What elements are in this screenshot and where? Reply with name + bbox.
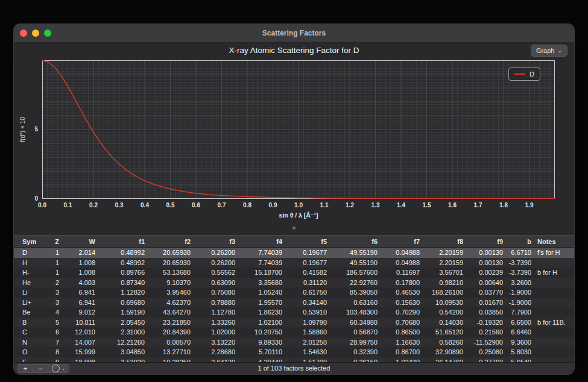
- table-cell: 0.89766: [95, 269, 145, 276]
- table-cell: 1.86230: [235, 308, 282, 316]
- x-tick-label: 0.7: [218, 202, 226, 208]
- y-tick-label: 0: [25, 195, 38, 202]
- table-cell: 5: [38, 319, 59, 326]
- table-cell: 0.70680: [378, 319, 420, 326]
- table-cell: 0.19677: [282, 259, 327, 266]
- table-cell: 49.55190: [327, 259, 378, 266]
- column-header-notes[interactable]: Notes: [531, 238, 574, 245]
- table-cell: 2.014: [59, 249, 95, 256]
- y-tick-label: 5: [25, 126, 38, 133]
- x-tick-label: 0.9: [269, 202, 277, 208]
- table-cell: 1.16630: [378, 339, 420, 346]
- table-cell: 0.58260: [420, 339, 463, 346]
- chart-region: f(d*) × 10 sin θ / λ [Å⁻¹] D 0.00.10.20.…: [14, 59, 574, 225]
- column-header-f4[interactable]: f4: [235, 238, 282, 245]
- x-tick-label: 1.4: [397, 202, 405, 208]
- table-cell: 3: [38, 289, 59, 296]
- table-cell: D: [14, 249, 38, 256]
- table-cell: 0.41582: [282, 269, 327, 276]
- x-axis-label: sin θ / λ [Å⁻¹]: [42, 211, 555, 219]
- table-cell: O: [14, 348, 38, 355]
- table-cell: 8: [38, 348, 59, 355]
- table-row-Li[interactable]: Li36.9411.128203.954600.750801.052400.61…: [14, 287, 574, 298]
- table-cell: 0.21560: [463, 328, 503, 336]
- x-tick-label: 1.9: [525, 202, 534, 208]
- graph-view-dropdown[interactable]: Graph ⌄: [531, 45, 567, 57]
- table-cell: 9.89330: [235, 339, 282, 346]
- table-cell: 6.941: [59, 299, 95, 306]
- column-header-w[interactable]: W: [59, 238, 95, 245]
- divider-handle[interactable]: [292, 227, 296, 230]
- column-header-f8[interactable]: f8: [420, 238, 463, 245]
- table-row-B[interactable]: B510.8112.0545023.218501.332601.021001.0…: [14, 318, 574, 328]
- x-tick-label: 1.1: [320, 202, 329, 208]
- column-header-f2[interactable]: f2: [145, 238, 191, 245]
- column-header-f6[interactable]: f6: [327, 238, 378, 245]
- table-cell: 0.86700: [378, 348, 420, 355]
- table-row-He[interactable]: He24.0030.873409.103700.630903.356800.31…: [14, 278, 574, 288]
- table-cell: 23.21850: [145, 319, 191, 326]
- table-row-C[interactable]: C612.0102.3100020.843901.0200010.207501.…: [14, 327, 574, 337]
- x-tick-label: 0.8: [243, 202, 251, 208]
- table-row-N[interactable]: N714.00712.212600.005703.132209.893302.0…: [14, 337, 574, 348]
- table-cell: 0.34140: [282, 299, 327, 306]
- table-cell: -3.7390: [503, 269, 531, 276]
- table-row-H-[interactable]: H-11.0080.8976653.136800.5656215.187000.…: [14, 268, 574, 278]
- table-cell: 2: [38, 279, 59, 286]
- table-cell: 1.95570: [235, 299, 282, 306]
- x-tick-label: 0.4: [141, 202, 149, 208]
- column-header-sym[interactable]: Sym: [14, 238, 38, 245]
- table-cell: -1.9000: [503, 299, 531, 306]
- table-cell: 85.39050: [327, 289, 378, 296]
- table-cell: 1.02000: [191, 328, 235, 336]
- table-row-D[interactable]: D12.0140.4899220.659300.262007.740390.19…: [14, 248, 574, 258]
- chevron-down-icon: ⌄: [557, 48, 562, 54]
- table-cell: 0.00130: [463, 249, 503, 256]
- table-row-Li+[interactable]: Li+36.9410.696804.623700.788801.955700.3…: [14, 298, 574, 308]
- column-header-f9[interactable]: f9: [463, 238, 503, 245]
- table-row-F[interactable]: F918.9983.5392010.282502.641204.294401.5…: [14, 357, 574, 363]
- table-cell: 0.00239: [463, 269, 503, 276]
- table-cell: 6.6710: [503, 249, 531, 256]
- column-header-f5[interactable]: f5: [282, 238, 327, 245]
- table-cell: 0.04988: [378, 249, 420, 256]
- table-cell: 0.78880: [191, 299, 235, 306]
- table-cell: 3.95460: [145, 289, 191, 296]
- table-cell: 14.007: [59, 339, 95, 346]
- column-header-b[interactable]: b: [503, 238, 531, 245]
- table-cell: 9.3600: [503, 339, 531, 346]
- table-row-Be[interactable]: Be49.0121.5919043.642701.127801.862300.5…: [14, 307, 574, 318]
- table-row-H[interactable]: H11.0080.4899220.659300.262007.740390.19…: [14, 258, 574, 268]
- column-header-z[interactable]: Z: [38, 238, 59, 245]
- column-header-f7[interactable]: f7: [378, 238, 420, 245]
- column-header-f3[interactable]: f3: [191, 238, 235, 245]
- table-cell: 0.63090: [191, 279, 235, 286]
- legend-line-swatch: [514, 74, 525, 75]
- column-header-f1[interactable]: f1: [95, 238, 145, 245]
- table-row-O[interactable]: O815.9993.0485013.277102.286805.701101.5…: [14, 347, 574, 357]
- graph-dropdown-label: Graph: [536, 47, 555, 54]
- x-tick-label: 0.6: [192, 202, 200, 208]
- table-cell: 0.00640: [463, 279, 503, 286]
- legend-label: D: [530, 70, 534, 78]
- table-cell: 43.64270: [145, 308, 191, 316]
- table-cell: 3.35680: [235, 279, 282, 286]
- table-cell: C: [14, 328, 38, 336]
- table-cell: 2.20159: [420, 249, 463, 256]
- table-cell: 0.86500: [378, 328, 420, 336]
- titlebar[interactable]: Scattering Factors: [14, 24, 574, 43]
- table-cell: 3.56701: [420, 269, 463, 276]
- table-cell: 0.46530: [378, 289, 420, 296]
- table-cell: 1.59190: [95, 308, 145, 316]
- table-cell: 0.31120: [282, 279, 327, 286]
- table-cell: 1.12780: [191, 308, 235, 316]
- table-cell: 0.15630: [378, 299, 420, 306]
- table-cell: 0.63160: [327, 299, 378, 306]
- table-cell: 0.14030: [420, 319, 463, 326]
- table-cell: 0.32390: [327, 348, 378, 355]
- table-cell: 0.25080: [463, 348, 503, 355]
- table-cell: 2.28680: [191, 348, 235, 355]
- table-cell: 0.00570: [145, 339, 191, 346]
- table-cell: 6.6460: [503, 328, 531, 336]
- x-tick-label: 1.6: [448, 202, 457, 208]
